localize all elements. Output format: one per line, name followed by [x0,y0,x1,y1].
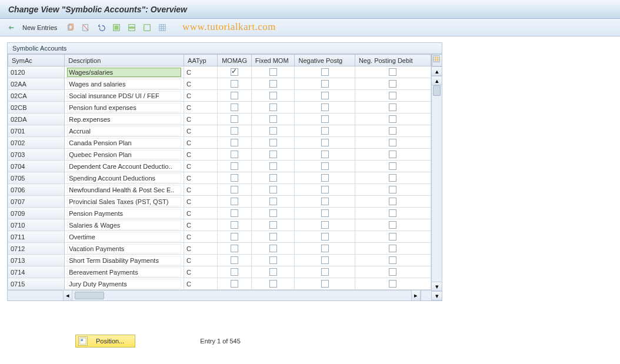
description-cell[interactable]: Provincial Sales Taxes (PST, QST) [65,196,184,208]
symac-cell[interactable]: 0707 [8,196,65,208]
description-cell[interactable]: Pension Payments [65,208,184,219]
description-cell[interactable]: Jury Duty Payments [65,278,184,290]
aatyp-cell[interactable]: C [184,149,218,161]
table-row[interactable]: 02AAWages and salariesC [8,78,431,90]
checkbox[interactable] [321,186,329,193]
symac-cell[interactable]: 0714 [8,266,65,278]
checkbox[interactable] [269,174,277,182]
table-row[interactable]: 0703Quebec Pension PlanC [8,149,431,161]
checkbox[interactable] [389,139,396,146]
symac-cell[interactable]: 0711 [8,231,65,243]
checkbox[interactable] [389,233,396,241]
delete-icon[interactable] [79,21,92,34]
fixed-cell[interactable] [251,137,295,149]
checkbox[interactable] [231,209,238,217]
copy-icon[interactable] [64,21,77,34]
aatyp-cell[interactable]: C [184,137,218,149]
col-neg[interactable]: Negative Postg [295,55,355,66]
fixed-cell[interactable] [251,231,295,243]
neg-cell[interactable] [295,266,355,278]
checkbox[interactable] [321,221,329,229]
checkbox[interactable] [269,256,277,264]
negd-cell[interactable] [355,149,431,161]
checkbox[interactable] [231,245,238,252]
checkbox[interactable] [389,256,396,264]
aatyp-cell[interactable]: C [184,255,218,266]
checkbox[interactable] [389,103,396,111]
deselect-all-icon[interactable] [141,21,154,34]
table-row[interactable]: 0701AccrualC [8,125,431,137]
symac-cell[interactable]: 0710 [8,219,65,231]
horizontal-scrollbar[interactable]: ◂ ▸ [8,290,431,300]
neg-cell[interactable] [295,255,355,266]
table-row[interactable]: 0714Bereavement PaymentsC [8,266,431,278]
symac-cell[interactable]: 0120 [8,66,65,78]
checkbox[interactable] [231,221,238,229]
table-row[interactable]: 02CBPension fund expensesC [8,102,431,113]
symac-cell[interactable]: 02CA [8,90,65,102]
checkbox[interactable] [321,209,329,217]
checkbox[interactable] [231,268,238,276]
momag-cell[interactable] [218,137,251,149]
col-symac[interactable]: SymAc [8,55,65,66]
symac-cell[interactable]: 0712 [8,243,65,255]
col-fixed[interactable]: Fixed MOM [251,55,295,66]
table-row[interactable]: 0710Salaries & WagesC [8,219,431,231]
checkbox[interactable] [321,233,329,241]
fixed-cell[interactable] [251,149,295,161]
checkbox[interactable] [231,174,238,182]
checkbox[interactable] [269,103,277,111]
fixed-cell[interactable] [251,196,295,208]
scroll-up-arrow[interactable]: ▴ [432,66,442,76]
momag-cell[interactable] [218,113,251,125]
description-cell[interactable]: Overtime [65,231,184,243]
checkbox[interactable] [321,151,329,158]
checkbox[interactable] [231,139,238,146]
checkbox[interactable] [321,115,329,123]
checkbox[interactable] [231,127,238,135]
checkbox[interactable] [389,80,396,88]
neg-cell[interactable] [295,102,355,113]
table-row[interactable]: 0705Spending Account DeductionsC [8,172,431,184]
v-scroll-thumb[interactable] [433,85,441,96]
aatyp-cell[interactable]: C [184,102,218,113]
negd-cell[interactable] [355,102,431,113]
checkbox[interactable] [389,151,396,158]
negd-cell[interactable] [355,278,431,290]
negd-cell[interactable] [355,266,431,278]
fixed-cell[interactable] [251,102,295,113]
momag-cell[interactable] [218,66,251,78]
checkbox[interactable] [269,68,277,76]
checkbox[interactable] [231,80,238,88]
table-row[interactable]: 0709Pension PaymentsC [8,208,431,219]
description-cell[interactable]: Social insurance PDS/ UI / FEF [65,90,184,102]
fixed-cell[interactable] [251,113,295,125]
table-row[interactable]: 0711OvertimeC [8,231,431,243]
checkbox[interactable] [231,151,238,158]
momag-cell[interactable] [218,255,251,266]
neg-cell[interactable] [295,125,355,137]
neg-cell[interactable] [295,278,355,290]
aatyp-cell[interactable]: C [184,66,218,78]
h-scroll-track[interactable] [72,290,411,300]
scroll-down-arrow[interactable]: ▾ [432,291,442,300]
neg-cell[interactable] [295,113,355,125]
description-cell[interactable]: Short Term Disability Payments [65,255,184,266]
checkbox[interactable] [231,103,238,111]
description-cell[interactable]: Dependent Care Account Deductio.. [65,161,184,172]
neg-cell[interactable] [295,184,355,196]
description-cell[interactable]: Canada Pension Plan [65,137,184,149]
fixed-cell[interactable] [251,219,295,231]
fixed-cell[interactable] [251,172,295,184]
table-row[interactable]: 0715Jury Duty PaymentsC [8,278,431,290]
description-cell[interactable]: Accrual [65,125,184,137]
vertical-scrollbar[interactable]: ▴ ▴ ▾ ▾ [431,54,442,300]
negd-cell[interactable] [355,113,431,125]
col-negd[interactable]: Neg. Posting Debit [355,55,431,66]
checkbox[interactable] [269,209,277,217]
neg-cell[interactable] [295,196,355,208]
symac-cell[interactable]: 02DA [8,113,65,125]
symac-cell[interactable]: 02AA [8,78,65,90]
checkbox[interactable] [321,280,329,288]
checkbox[interactable] [389,245,396,252]
